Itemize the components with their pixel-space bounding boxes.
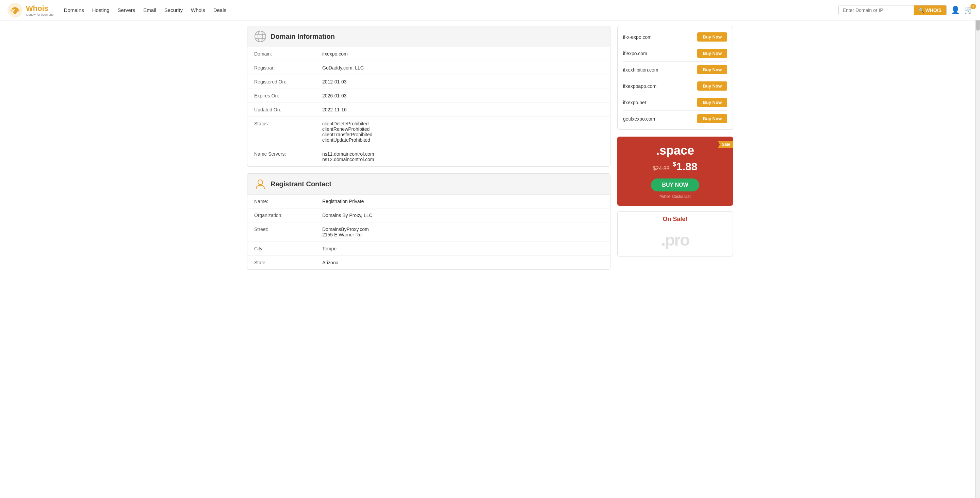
- on-sale-card: On Sale! .pro: [617, 211, 733, 257]
- nav-email[interactable]: Email: [143, 7, 156, 13]
- svg-point-2: [255, 31, 266, 42]
- street-line-1: DomainsByProxy.com: [322, 227, 603, 232]
- scrollbar[interactable]: [975, 0, 980, 282]
- suggestion-4-buy-btn[interactable]: Buy Now: [697, 81, 727, 91]
- city-row: City: Tempe: [247, 242, 610, 256]
- suggestion-1: if-x-expo.com Buy Now: [623, 29, 727, 45]
- user-icon[interactable]: 👤: [951, 6, 960, 14]
- expires-on-row: Expires On: 2026-01-03: [247, 89, 610, 103]
- logo-text: Whois Identity for everyone: [26, 4, 54, 16]
- city-value: Tempe: [322, 246, 603, 251]
- status-line-4: clientUpdateProhibited: [322, 137, 603, 143]
- sale-prices: $24.88 $1.88: [624, 160, 726, 173]
- sale-price-number: 1.88: [676, 160, 697, 173]
- nameservers-value: ns11.domaincontrol.com ns12.domaincontro…: [322, 151, 603, 162]
- ns1: ns11.domaincontrol.com: [322, 151, 603, 157]
- name-value: Registration Private: [322, 199, 603, 204]
- cart-badge: 0: [970, 4, 976, 9]
- nameservers-label: Name Servers:: [254, 151, 322, 162]
- search-icon: 🔍: [918, 8, 924, 13]
- nav-deals[interactable]: Deals: [213, 7, 226, 13]
- org-value: Domains By Proxy, LLC: [322, 212, 603, 218]
- org-label: Organization:: [254, 212, 322, 218]
- suggestion-6: getifxexpo.com Buy Now: [623, 111, 727, 127]
- registrant-contact-card: Registrant Contact Name: Registration Pr…: [247, 173, 611, 270]
- search-input[interactable]: [839, 5, 914, 15]
- sale-tag: Sale: [718, 140, 733, 148]
- on-sale-preview: .pro: [661, 231, 689, 249]
- street-line-2: 2155 E Warner Rd: [322, 232, 603, 238]
- svg-point-6: [258, 180, 263, 185]
- registrar-value: GoDaddy.com, LLC: [322, 65, 603, 70]
- suggestion-6-buy-btn[interactable]: Buy Now: [697, 114, 727, 123]
- registrant-contact-header: Registrant Contact: [247, 174, 610, 195]
- status-row: Status: clientDeleteProhibited clientRen…: [247, 117, 610, 147]
- domain-info-body: Domain: ifxexpo.com Registrar: GoDaddy.c…: [247, 47, 610, 166]
- registrant-contact-body: Name: Registration Private Organization:…: [247, 195, 610, 270]
- suggestion-2-domain: iflexpo.com: [623, 51, 647, 56]
- street-label: Street:: [254, 227, 322, 238]
- city-label: City:: [254, 246, 322, 251]
- state-value: Arizona: [322, 260, 603, 265]
- logo[interactable]: W Whois Identity for everyone: [7, 2, 54, 18]
- domain-row: Domain: ifxexpo.com: [247, 47, 610, 61]
- on-sale-content: .pro: [617, 227, 733, 253]
- suggestion-3-buy-btn[interactable]: Buy Now: [697, 65, 727, 74]
- suggestion-6-domain: getifxexpo.com: [623, 116, 655, 121]
- nav-hosting[interactable]: Hosting: [92, 7, 110, 13]
- registered-on-row: Registered On: 2012-01-03: [247, 75, 610, 89]
- header-right: 🔍 WHOIS 👤 🛒 0: [838, 5, 973, 15]
- status-line-3: clientTransferProhibited: [322, 132, 603, 137]
- on-sale-header: On Sale!: [617, 212, 733, 227]
- suggestion-3: ifxexhibition.com Buy Now: [623, 62, 727, 78]
- suggestion-2: iflexpo.com Buy Now: [623, 45, 727, 62]
- expires-on-label: Expires On:: [254, 93, 322, 99]
- nav-servers[interactable]: Servers: [118, 7, 135, 13]
- www-icon: [254, 30, 266, 43]
- suggestion-4-domain: ifxexpoapp.com: [623, 83, 656, 89]
- domain-label: Domain:: [254, 51, 322, 57]
- logo-tagline-label: Identity for everyone: [26, 13, 54, 16]
- registrant-contact-title: Registrant Contact: [270, 180, 331, 188]
- sale-banner: Sale .space $24.88 $1.88 BUY NOW *while …: [617, 137, 733, 206]
- suggestion-5-buy-btn[interactable]: Buy Now: [697, 98, 727, 107]
- nav-whois[interactable]: Whois: [191, 7, 205, 13]
- sale-new-price: $1.88: [673, 160, 697, 173]
- registrant-icon: [254, 178, 266, 190]
- registrar-label: Registrar:: [254, 65, 322, 70]
- registered-on-value: 2012-01-03: [322, 79, 603, 85]
- svg-point-3: [258, 31, 263, 42]
- registered-on-label: Registered On:: [254, 79, 322, 85]
- updated-on-value: 2022-11-16: [322, 107, 603, 112]
- suggestion-1-buy-btn[interactable]: Buy Now: [697, 32, 727, 42]
- domain-info-title: Domain Information: [270, 33, 335, 40]
- nav-security[interactable]: Security: [164, 7, 183, 13]
- status-value: clientDeleteProhibited clientRenewProhib…: [322, 121, 603, 143]
- updated-on-row: Updated On: 2022-11-16: [247, 103, 610, 117]
- suggestion-3-domain: ifxexhibition.com: [623, 67, 659, 73]
- state-label: State:: [254, 260, 322, 265]
- ns2: ns12.domaincontrol.com: [322, 157, 603, 162]
- suggestion-2-buy-btn[interactable]: Buy Now: [697, 49, 727, 58]
- logo-whois-label: Whois: [26, 4, 54, 13]
- search-bar: 🔍 WHOIS: [838, 5, 947, 15]
- svg-text:W: W: [11, 8, 15, 12]
- main-content: Domain Information Domain: ifxexpo.com R…: [247, 26, 611, 276]
- nameservers-row: Name Servers: ns11.domaincontrol.com ns1…: [247, 147, 610, 166]
- status-line-2: clientRenewProhibited: [322, 126, 603, 132]
- nav-domains[interactable]: Domains: [64, 7, 84, 13]
- sale-dollar-sign: $: [673, 161, 676, 168]
- sale-buy-button[interactable]: BUY NOW: [651, 179, 699, 192]
- cart-wrapper[interactable]: 🛒 0: [964, 6, 973, 14]
- updated-on-label: Updated On:: [254, 107, 322, 112]
- sale-footnote: *while stocks last: [624, 194, 726, 199]
- suggestion-4: ifxexpoapp.com Buy Now: [623, 78, 727, 94]
- state-row: State: Arizona: [247, 256, 610, 270]
- sale-old-price: $24.88: [653, 166, 669, 172]
- expires-on-value: 2026-01-03: [322, 93, 603, 99]
- org-row: Organization: Domains By Proxy, LLC: [247, 209, 610, 222]
- registrar-row: Registrar: GoDaddy.com, LLC: [247, 61, 610, 75]
- search-button[interactable]: 🔍 WHOIS: [914, 5, 946, 15]
- suggestion-5-domain: ifxexpo.net: [623, 100, 646, 105]
- domain-suggestions-card: if-x-expo.com Buy Now iflexpo.com Buy No…: [617, 26, 733, 130]
